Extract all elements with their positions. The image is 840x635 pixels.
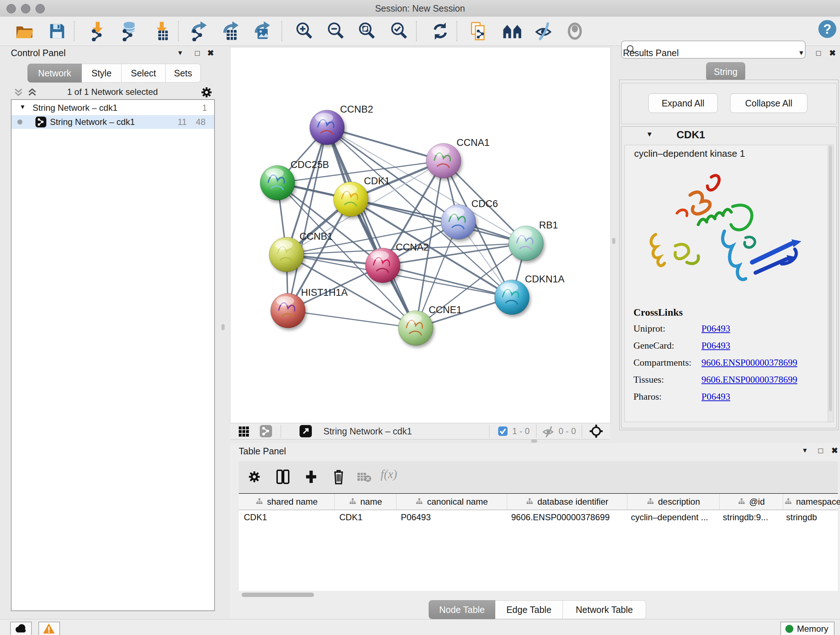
collapse-all-button[interactable]: Collapse All — [730, 93, 807, 113]
node-label-CCNB1: CCNB1 — [300, 231, 333, 242]
control-panel-close-icon[interactable]: ✖ — [207, 49, 214, 58]
gene-entry-header[interactable]: ▼ CDK1 — [622, 127, 836, 144]
table-cell[interactable]: P06493 — [396, 510, 506, 524]
control-panel-collapse-icon[interactable]: ▼ — [177, 49, 183, 57]
cloud-button[interactable] — [10, 622, 32, 635]
control-panel-float-icon[interactable]: □ — [195, 49, 200, 58]
table-cell[interactable]: stringdb — [781, 510, 840, 524]
network-view-share-icon[interactable] — [260, 425, 272, 437]
network-node-CDC25B[interactable]: CDC25B — [260, 159, 329, 200]
export-table-icon[interactable] — [221, 21, 242, 41]
table-gear-icon[interactable] — [248, 470, 261, 484]
network-node-HIST1H1A[interactable]: HIST1H1A — [271, 287, 347, 328]
crosslink-link[interactable]: 9606.ENSP00000378699 — [701, 357, 797, 368]
import-network-database-icon[interactable] — [118, 21, 139, 41]
tab-select[interactable]: Select — [122, 64, 166, 82]
column-header-name[interactable]: name — [335, 494, 396, 510]
column-header-@id[interactable]: @id — [720, 494, 783, 510]
network-edge-CCNB2-HIST1H1A[interactable] — [288, 127, 327, 310]
detach-view-icon[interactable] — [300, 425, 312, 437]
export-network-icon[interactable] — [189, 21, 210, 41]
results-panel-float-icon[interactable]: □ — [816, 49, 821, 58]
zoom-selected-icon[interactable] — [389, 21, 409, 41]
import-network-file-icon[interactable] — [88, 21, 108, 41]
export-image-icon[interactable] — [253, 21, 273, 41]
help-icon[interactable]: ? — [817, 19, 837, 39]
table-cell[interactable]: CDK1 — [239, 510, 334, 524]
table-row[interactable]: CDK1CDK1P064939606.ENSP00000378699cyclin… — [239, 510, 838, 524]
table-panel-close-icon[interactable]: ✖ — [831, 446, 838, 455]
zoom-fit-icon[interactable] — [357, 21, 377, 41]
clone-network-icon[interactable] — [469, 21, 489, 41]
network-node-RB1[interactable]: RB1 — [508, 220, 558, 261]
hidden-eye-slash-icon[interactable] — [542, 425, 554, 438]
save-session-icon[interactable] — [47, 21, 67, 41]
tab-style[interactable]: Style — [82, 64, 122, 82]
tab-network-table[interactable]: Network Table — [563, 600, 646, 619]
bottom-splitter-handle[interactable] — [531, 440, 537, 443]
gear-icon[interactable] — [201, 86, 213, 98]
column-header-description[interactable]: description — [627, 494, 720, 510]
table-cell[interactable]: cyclin–dependent ... — [626, 510, 718, 524]
network-node-CCNA1[interactable]: CCNA1 — [426, 137, 490, 178]
network-node-CDKN1A[interactable]: CDKN1A — [494, 274, 565, 315]
crosslink-link[interactable]: P06493 — [701, 340, 730, 351]
show-all-icon[interactable] — [565, 21, 585, 41]
column-header-namespace[interactable]: namespace — [783, 494, 840, 510]
network-edge-CDK1-RB1[interactable] — [351, 199, 526, 243]
network-canvas[interactable]: CCNB2CCNA1CDC25BCDK1CDC6RB1CCNB1CCNA2CDK… — [230, 47, 611, 424]
table-cell[interactable]: 9606.ENSP00000378699 — [506, 510, 626, 524]
column-header-database-identifier[interactable]: database identifier — [507, 494, 627, 510]
table-panel-collapse-icon[interactable]: ▼ — [802, 447, 808, 454]
grid-view-icon[interactable] — [237, 425, 250, 438]
crosslink-link[interactable]: 9606.ENSP00000378699 — [701, 374, 797, 385]
zoom-in-icon[interactable] — [294, 21, 314, 41]
column-type-icon — [415, 498, 423, 506]
expand-all-button[interactable]: Expand All — [648, 93, 718, 113]
right-splitter-handle[interactable] — [612, 238, 615, 244]
crosslink-link[interactable]: P06493 — [701, 391, 730, 402]
network-collection-row[interactable]: ▼ String Network – cdk1 1 — [11, 101, 214, 115]
memory-button[interactable]: Memory — [780, 622, 835, 635]
network-node-CCNB1[interactable]: CCNB1 — [269, 231, 333, 272]
refresh-icon[interactable] — [430, 21, 450, 41]
node-label-CCNA1: CCNA1 — [456, 137, 490, 148]
column-header-canonical-name[interactable]: canonical name — [396, 494, 507, 510]
table-cell[interactable]: stringdb:9... — [718, 510, 781, 524]
tree-expander-icon[interactable]: ▼ — [19, 103, 26, 111]
control-panel-tabs: NetworkStyleSelectSets — [27, 64, 201, 82]
crosslink-link[interactable]: P06493 — [701, 323, 730, 334]
hide-selected-icon[interactable] — [533, 21, 554, 41]
create-column-icon[interactable] — [304, 469, 318, 485]
zoom-out-icon[interactable] — [325, 21, 346, 41]
network-node-CDC6[interactable]: CDC6 — [441, 198, 498, 239]
tab-network[interactable]: Network — [27, 64, 82, 82]
tab-sets[interactable]: Sets — [166, 64, 201, 82]
fit-selected-crosshair-icon[interactable] — [589, 424, 603, 439]
select-columns-icon[interactable] — [276, 469, 290, 485]
results-scrollbar[interactable] — [828, 145, 833, 422]
left-splitter-handle[interactable] — [221, 324, 225, 330]
table-panel-title: Table Panel — [239, 446, 286, 456]
tab-string[interactable]: String — [706, 62, 745, 81]
first-neighbors-icon[interactable] — [502, 21, 523, 41]
import-table-file-icon[interactable] — [152, 21, 172, 41]
results-panel-close-icon[interactable]: ✖ — [829, 49, 836, 58]
table-cell[interactable]: CDK1 — [334, 510, 396, 524]
results-panel-collapse-icon[interactable]: ▼ — [798, 49, 805, 57]
warning-button[interactable] — [38, 622, 60, 635]
tab-node-table[interactable]: Node Table — [429, 600, 495, 619]
results-panel-title: Results Panel — [623, 48, 679, 58]
table-hscrollbar[interactable] — [239, 592, 838, 598]
network-state-dot-icon — [17, 119, 22, 125]
column-header-shared-name[interactable]: shared name — [239, 494, 335, 510]
network-row-selected[interactable]: String Network – cdk1 11 48 — [11, 115, 214, 129]
network-node-CDK1[interactable]: CDK1 — [333, 176, 390, 217]
delete-column-icon[interactable] — [332, 469, 346, 485]
network-edge-HIST1H1A-CCNE1[interactable] — [288, 310, 416, 328]
table-panel-float-icon[interactable]: □ — [818, 446, 823, 455]
selected-checkbox-icon[interactable] — [498, 426, 508, 436]
tab-edge-table[interactable]: Edge Table — [495, 600, 563, 619]
entry-expander-icon[interactable]: ▼ — [646, 130, 653, 138]
open-file-icon[interactable] — [14, 21, 35, 41]
